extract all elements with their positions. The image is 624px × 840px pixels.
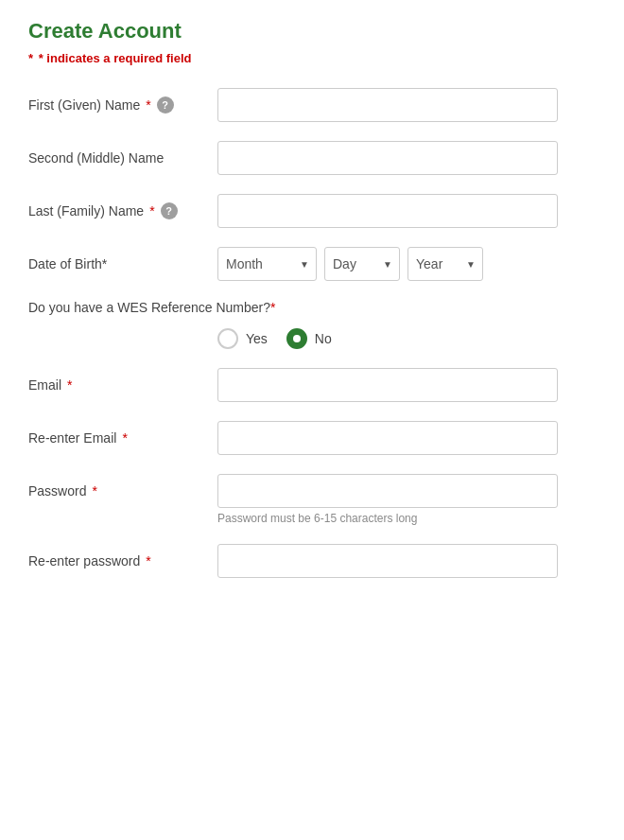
wes-question: Do you have a WES Reference Number?* [28,300,596,315]
wes-yes-radio[interactable] [217,328,238,349]
first-name-row: First (Given) Name* ? [28,88,596,122]
wes-no-label: No [315,331,332,346]
day-select[interactable]: Day 1234 5678 9101112 13141516 17181920 … [324,247,400,281]
day-select-wrapper: Day 1234 5678 9101112 13141516 17181920 … [324,247,400,281]
email-label: Email* [28,377,217,393]
middle-name-label-text: Second (Middle) Name [28,150,164,166]
dob-row: Date of Birth* Month JanuaryFebruaryMarc… [28,247,596,281]
password-row-inner: Password* [28,474,596,508]
page-title: Create Account [28,19,596,44]
re-password-row: Re-enter password* [28,544,596,578]
last-name-help-icon[interactable]: ? [161,202,178,219]
middle-name-label: Second (Middle) Name [28,150,217,166]
first-name-help-icon[interactable]: ? [157,96,174,114]
dob-label: Date of Birth* [28,256,217,271]
last-name-label: Last (Family) Name* ? [28,202,217,219]
re-email-row: Re-enter Email* [28,421,596,455]
wes-required-star: * [270,300,275,315]
wes-no-radio[interactable] [286,328,307,349]
first-name-label-text: First (Given) Name [28,97,140,113]
month-select-wrapper: Month JanuaryFebruaryMarch AprilMayJune … [217,247,317,281]
last-name-required-star: * [149,203,154,219]
email-input[interactable] [217,368,558,402]
password-label: Password* [28,483,217,499]
required-note: * * indicates a required field [28,51,596,65]
password-row: Password* Password must be 6-15 characte… [28,474,596,525]
dob-label-text: Date of Birth [28,256,102,271]
month-select[interactable]: Month JanuaryFebruaryMarch AprilMayJune … [217,247,317,281]
middle-name-row: Second (Middle) Name [28,141,596,175]
wes-section: Do you have a WES Reference Number?* Yes… [28,300,596,349]
re-password-input[interactable] [217,544,558,578]
year-select[interactable]: Year [407,247,483,281]
wes-no-option[interactable]: No [286,328,332,349]
password-required-star: * [92,483,96,499]
wes-radio-group: Yes No [28,328,596,349]
email-label-text: Email [28,377,61,393]
wes-yes-option[interactable]: Yes [217,328,268,349]
re-password-required-star: * [146,553,150,569]
last-name-row: Last (Family) Name* ? [28,194,596,228]
last-name-label-text: Last (Family) Name [28,203,144,219]
re-email-label: Re-enter Email* [28,430,217,446]
re-email-input[interactable] [217,421,558,455]
year-select-wrapper: Year [407,247,483,281]
re-password-label: Re-enter password* [28,553,217,569]
last-name-input[interactable] [217,194,558,228]
re-email-required-star: * [122,430,127,446]
dob-required-star: * [102,256,107,271]
password-input[interactable] [217,474,558,508]
wes-yes-label: Yes [246,331,268,346]
password-hint: Password must be 6-15 characters long [28,512,417,525]
first-name-label: First (Given) Name* ? [28,96,217,114]
first-name-input[interactable] [217,88,558,122]
dob-selects: Month JanuaryFebruaryMarch AprilMayJune … [217,247,483,281]
re-email-label-text: Re-enter Email [28,430,116,446]
re-password-label-text: Re-enter password [28,553,140,569]
password-label-text: Password [28,483,86,499]
email-row: Email* [28,368,596,402]
required-note-text: * indicates a required field [39,51,192,65]
required-star: * [28,51,33,65]
middle-name-input[interactable] [217,141,558,175]
first-name-required-star: * [146,97,150,113]
wes-question-text: Do you have a WES Reference Number? [28,300,270,315]
email-required-star: * [67,377,72,393]
